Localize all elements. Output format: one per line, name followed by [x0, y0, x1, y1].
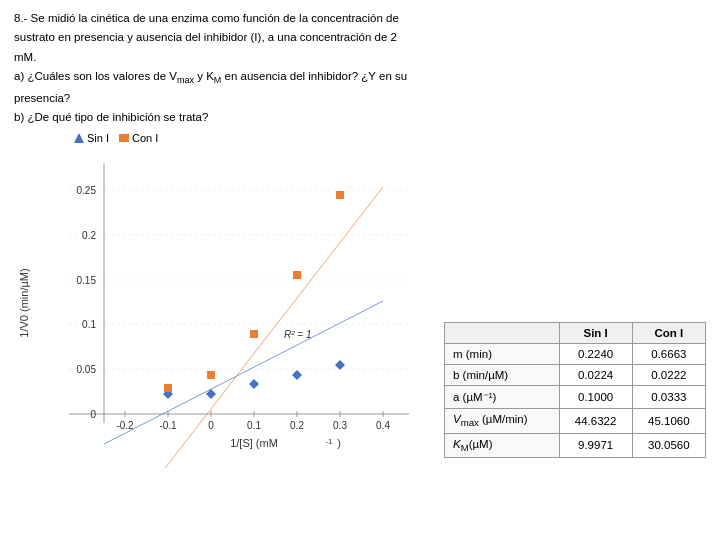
svg-text:0.4: 0.4	[376, 420, 390, 431]
svg-rect-1	[119, 134, 129, 142]
header-line2: sustrato en presencia y ausencia del inh…	[14, 29, 706, 46]
svg-text:-0.1: -0.1	[159, 420, 177, 431]
header-text: 8.- Se midió la cinética de una enzima c…	[14, 10, 706, 126]
svg-text:0.1: 0.1	[247, 420, 261, 431]
svg-text:R² = 1: R² = 1	[284, 329, 312, 340]
table-cell-label: a (µM⁻¹)	[445, 386, 560, 409]
svg-marker-0	[74, 133, 84, 143]
svg-rect-40	[164, 384, 172, 392]
legend-con-i-label: Con I	[132, 132, 158, 144]
table-row: a (µM⁻¹)0.10000.0333	[445, 386, 706, 409]
svg-text:0.1: 0.1	[82, 319, 96, 330]
table-row: KM(µM)9.997130.0560	[445, 433, 706, 457]
svg-marker-38	[292, 370, 302, 380]
table-cell-label: Vmax (µM/min)	[445, 409, 560, 433]
svg-text:1/V0 (min/µM): 1/V0 (min/µM)	[18, 268, 30, 337]
page: 8.- Se midió la cinética de una enzima c…	[0, 0, 720, 540]
table-header-param	[445, 323, 560, 344]
table-row: m (min)0.22400.6663	[445, 344, 706, 365]
svg-marker-37	[249, 379, 259, 389]
svg-text:0.05: 0.05	[77, 364, 97, 375]
table-cell-label: m (min)	[445, 344, 560, 365]
svg-text:0: 0	[208, 420, 214, 431]
table-header-con-i: Con I	[632, 323, 705, 344]
svg-text:0: 0	[90, 409, 96, 420]
table-cell-sin-i: 0.1000	[559, 386, 632, 409]
svg-rect-41	[207, 371, 215, 379]
header-line1: 8.- Se midió la cinética de una enzima c…	[14, 10, 706, 27]
svg-text:1/[S] (mM: 1/[S] (mM	[230, 437, 278, 449]
legend-sin-i: Sin I	[74, 132, 109, 144]
legend-con-i: Con I	[119, 132, 158, 144]
svg-text:-1: -1	[325, 437, 333, 446]
svg-text:): )	[337, 437, 341, 449]
table-cell-con-i: 0.6663	[632, 344, 705, 365]
svg-rect-42	[250, 330, 258, 338]
content-area: Sin I Con I	[14, 132, 706, 468]
table-cell-sin-i: 44.6322	[559, 409, 632, 433]
svg-text:-0.2: -0.2	[116, 420, 134, 431]
table-cell-sin-i: 9.9971	[559, 433, 632, 457]
svg-text:0.2: 0.2	[290, 420, 304, 431]
svg-text:0.3: 0.3	[333, 420, 347, 431]
chart-container: 0 0.05 0.1 0.15 0.2 0.25	[14, 148, 424, 468]
table-cell-con-i: 0.0222	[632, 365, 705, 386]
svg-marker-39	[335, 360, 345, 370]
svg-text:0.25: 0.25	[77, 185, 97, 196]
table-cell-sin-i: 0.0224	[559, 365, 632, 386]
chart-legend: Sin I Con I	[74, 132, 434, 144]
header-line5: presencia?	[14, 90, 706, 107]
table-row: b (min/µM)0.02240.0222	[445, 365, 706, 386]
svg-rect-44	[336, 191, 344, 199]
svg-rect-43	[293, 271, 301, 279]
table-cell-con-i: 30.0560	[632, 433, 705, 457]
chart-svg: 0 0.05 0.1 0.15 0.2 0.25	[14, 148, 424, 468]
svg-text:0.15: 0.15	[77, 275, 97, 286]
table-cell-label: b (min/µM)	[445, 365, 560, 386]
table-cell-label: KM(µM)	[445, 433, 560, 457]
legend-sin-i-label: Sin I	[87, 132, 109, 144]
table-cell-con-i: 45.1060	[632, 409, 705, 433]
table-cell-con-i: 0.0333	[632, 386, 705, 409]
table-row: Vmax (µM/min)44.632245.1060	[445, 409, 706, 433]
svg-text:0.2: 0.2	[82, 230, 96, 241]
header-line4: a) ¿Cuáles son los valores de Vmax y KM …	[14, 68, 706, 88]
table-header-sin-i: Sin I	[559, 323, 632, 344]
table-area: Sin I Con I m (min)0.22400.6663b (min/µM…	[444, 132, 706, 468]
chart-area: Sin I Con I	[14, 132, 434, 468]
header-line3: mM.	[14, 49, 706, 66]
results-table: Sin I Con I m (min)0.22400.6663b (min/µM…	[444, 322, 706, 458]
header-line6: b) ¿De qué tipo de inhibición se trata?	[14, 109, 706, 126]
table-cell-sin-i: 0.2240	[559, 344, 632, 365]
